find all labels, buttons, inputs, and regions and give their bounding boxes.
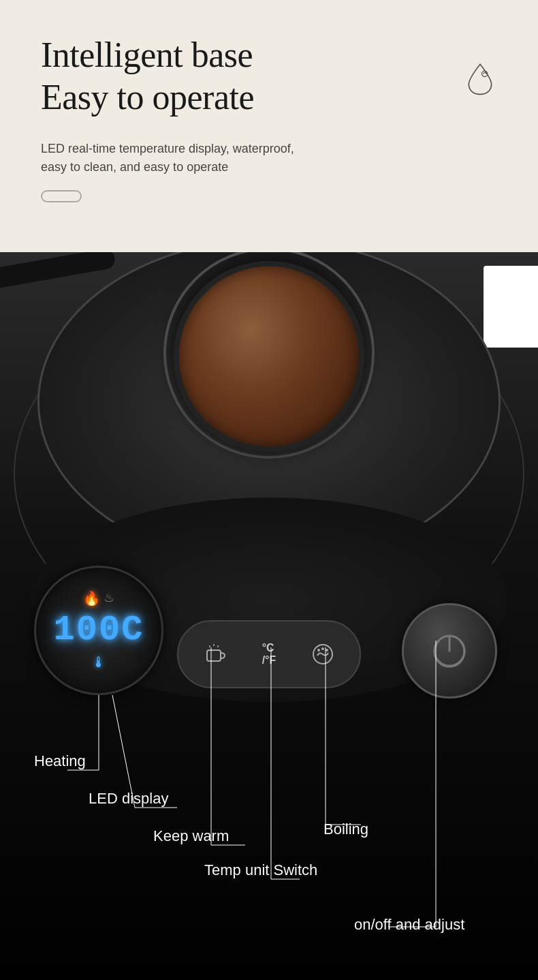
on-off-adjust-label: on/off and adjust [354, 916, 464, 934]
keep-warm-button[interactable] [195, 634, 236, 675]
device-section: 🔥 ♨ 100C 🌡 °C/°F [0, 252, 538, 980]
top-section: Intelligent base Easy to operate LED rea… [0, 0, 538, 252]
power-icon [429, 630, 470, 671]
power-button[interactable] [402, 603, 497, 699]
heating-label: Heating [34, 752, 86, 770]
white-card-decoration [484, 266, 538, 348]
temp-unit-switch-label: Temp unit Switch [204, 861, 317, 879]
button-panel: °C/°F [177, 620, 361, 688]
svg-rect-1 [207, 650, 221, 661]
water-drop-icon [463, 61, 497, 95]
boiling-label: Boiling [323, 821, 368, 838]
keep-warm-label: Keep warm [153, 827, 229, 845]
boiling-icon [311, 642, 335, 667]
decorative-pill [41, 190, 82, 202]
led-display-circle: 🔥 ♨ 100C 🌡 [34, 566, 163, 695]
boil-indicator-icon: ♨ [104, 590, 114, 607]
title-line2: Easy to operate [41, 78, 254, 117]
description-text: LED real-time temperature display, water… [41, 140, 313, 177]
temp-unit-icon: °C/°F [262, 642, 276, 667]
svg-point-6 [317, 649, 320, 652]
temp-unit-button[interactable]: °C/°F [249, 634, 289, 675]
led-temperature-value: 100C [54, 610, 144, 650]
svg-point-8 [326, 649, 328, 652]
svg-point-7 [321, 647, 324, 650]
led-top-icons: 🔥 ♨ [83, 590, 114, 607]
main-title: Intelligent base Easy to operate [41, 34, 497, 119]
thermometer-icon: 🌡 [91, 654, 106, 671]
keep-warm-icon [203, 642, 227, 667]
boiling-button[interactable] [302, 634, 343, 675]
title-line1: Intelligent base [41, 35, 253, 74]
flame-indicator-icon: 🔥 [83, 590, 100, 607]
wood-element [174, 261, 364, 452]
led-display-label: LED display [89, 790, 168, 808]
